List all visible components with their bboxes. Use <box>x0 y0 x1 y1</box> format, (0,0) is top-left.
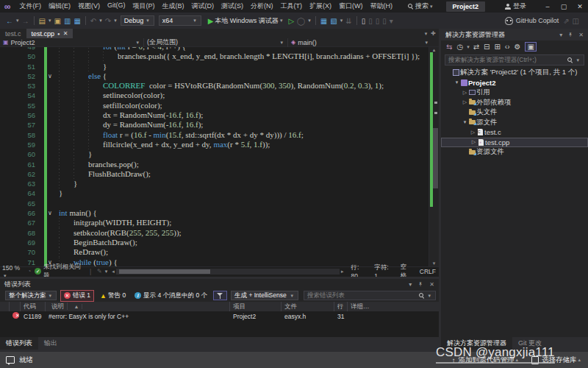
float-window-icon[interactable]: ✚ <box>431 30 436 37</box>
properties-icon[interactable]: ⚙ <box>514 43 520 51</box>
description-column-header[interactable]: 说明 ▲ <box>46 302 230 311</box>
editor-horizontal-scrollbar[interactable] <box>116 269 340 275</box>
collapse-all-icon[interactable]: ⊟ <box>484 43 490 51</box>
pending-changes-icon[interactable]: ◷ <box>456 43 463 51</box>
close-button[interactable]: ✕ <box>572 3 588 10</box>
toolbar-icon-8[interactable]: ▯ <box>368 17 373 25</box>
menu-item-3[interactable]: Git(G) <box>104 1 129 11</box>
menu-item-12[interactable]: 帮助(H) <box>367 1 397 11</box>
toolbar-icon-1[interactable]: ◯ <box>297 17 305 25</box>
switch-views-icon[interactable]: ⇆ <box>446 43 452 51</box>
filter-button[interactable] <box>213 291 227 300</box>
toolbar-icon-4[interactable]: ▣ <box>54 17 60 25</box>
solution-explorer-search-box[interactable]: 搜索解决方案资源管理器(Ctrl+;) ▾ <box>445 54 584 66</box>
feedback-bubble-icon[interactable] <box>6 356 15 364</box>
menu-item-6[interactable]: 调试(D) <box>188 1 218 11</box>
sync-with-active-document-icon[interactable]: ⇄ <box>473 43 479 51</box>
code-line-64[interactable]: 64} <box>0 188 429 198</box>
close-tab-icon[interactable]: ✕ <box>63 30 68 37</box>
bottom-left-tab-1[interactable]: 输出 <box>38 337 63 350</box>
tree-item--[interactable]: ▷引用 <box>441 88 588 98</box>
code-line-57[interactable]: 57dy = RandomNum(-16.f, 16.f); <box>0 120 429 130</box>
toolbar-icon-11[interactable]: ▾ <box>390 17 393 25</box>
show-all-files-icon[interactable]: ⊞ <box>494 43 500 51</box>
toolbar-icon-8[interactable]: ↶ <box>90 17 96 25</box>
collapsed-arrow-icon[interactable]: ▷ <box>462 99 468 105</box>
code-line-69[interactable]: 69BeginBatchDraw(); <box>0 238 429 247</box>
title-search-button[interactable]: 搜索 ▾ <box>408 1 434 11</box>
menu-item-5[interactable]: 生成(B) <box>159 1 188 11</box>
expanded-arrow-icon[interactable]: ▾ <box>462 119 468 125</box>
start-debugging-button[interactable]: ▶ 本地 Windows 调试器 ▾ <box>207 16 284 26</box>
tree-item--[interactable]: 资源文件 <box>441 147 588 158</box>
menu-item-9[interactable]: 工具(T) <box>277 1 306 11</box>
menu-item-10[interactable]: 扩展(X) <box>306 1 335 11</box>
pin-icon[interactable]: 🖈 <box>567 32 573 38</box>
menu-item-1[interactable]: 编辑(E) <box>45 1 74 11</box>
editor-vertical-scrollbar[interactable]: ▴ ▾ <box>429 47 439 266</box>
errors-filter-button[interactable]: ✕ 错误 1 <box>60 290 94 302</box>
platform-dropdown[interactable]: x64 ▾ <box>159 15 201 26</box>
tree-item--[interactable]: 头文件 <box>441 107 588 118</box>
minimize-button[interactable]: – <box>539 3 556 10</box>
line-column-header[interactable]: 行 <box>334 302 348 311</box>
tab-test-c[interactable]: test.c <box>0 29 26 38</box>
code-line-63[interactable]: 63} <box>0 179 429 188</box>
type-scope-dropdown[interactable]: (全局范围) ▾ <box>144 38 288 47</box>
toolbar-icon-1[interactable]: → <box>22 17 29 25</box>
close-icon[interactable]: ✕ <box>429 281 434 288</box>
toolbar-icon-4[interactable]: ▧ <box>330 17 337 25</box>
code-line-66[interactable]: 66∨int main() { <box>0 208 429 218</box>
menu-item-7[interactable]: 测试(S) <box>218 1 247 11</box>
window-position-chevron-icon[interactable]: ▾ <box>409 281 412 288</box>
code-line-55[interactable]: 55setfillcolor(color); <box>0 101 429 110</box>
feedback-icon[interactable]: ◫ <box>573 17 579 25</box>
scroll-left-icon[interactable]: ◂ <box>112 269 115 275</box>
scrollbar-thumb[interactable] <box>119 269 210 274</box>
close-icon[interactable]: ✕ <box>578 32 584 38</box>
menu-item-0[interactable]: 文件(F) <box>16 1 46 11</box>
toolbar-icon-3[interactable]: ▦ <box>320 17 327 25</box>
fold-chevron-icon[interactable]: ∨ <box>48 71 52 81</box>
window-position-chevron-icon[interactable]: ▾ <box>559 32 562 38</box>
collapsed-arrow-icon[interactable]: ▷ <box>470 139 477 145</box>
toolbar-icon-6[interactable]: ▦ <box>74 17 80 25</box>
member-dropdown[interactable]: ◈ main() ▾ <box>288 38 432 47</box>
collapsed-arrow-icon[interactable]: ▷ <box>470 130 476 135</box>
sync-icon[interactable]: ◔ <box>28 268 32 275</box>
code-line-60[interactable]: 60} <box>0 149 429 159</box>
tree-item--[interactable]: ▷外部依赖项 <box>441 98 588 108</box>
tab-list-chevron-icon[interactable]: ▾ <box>425 31 428 37</box>
code-line-54[interactable]: 54setlinecolor(color); <box>0 91 429 100</box>
toolbar-icon-10[interactable]: ▯ <box>382 17 387 25</box>
collapsed-arrow-icon[interactable]: ▷ <box>462 90 468 96</box>
view-code-icon[interactable]: ‹› <box>505 43 510 51</box>
code-line-58[interactable]: 58float r = (16.f - min(15.f, std::sqrtf… <box>0 130 429 140</box>
line-ending-indicator[interactable]: CRLF <box>420 268 436 275</box>
code-line-59[interactable]: 59fillcircle(x_end + dx, y_end + dy, max… <box>0 140 429 149</box>
scroll-right-icon[interactable]: ▸ <box>341 269 344 275</box>
code-line-52[interactable]: 52∨else { <box>0 71 429 81</box>
error-scope-dropdown[interactable]: 整个解决方案 ▾ <box>5 291 57 300</box>
tree-item-test.cpp[interactable]: ▷＋test.cpp <box>441 138 588 148</box>
error-list-search-box[interactable]: 搜索错误列表 ▾ <box>304 291 436 300</box>
pin-icon[interactable]: 🖈 <box>417 281 423 288</box>
code-line-56[interactable]: 56dx = RandomNum(-16.f, 16.f); <box>0 110 429 120</box>
error-source-dropdown[interactable]: 生成 + IntelliSense ▾ <box>231 291 298 300</box>
tree-item-project2[interactable]: ▾Project2 <box>441 78 588 88</box>
bottom-left-tab-0[interactable]: 错误列表 <box>0 337 38 350</box>
tree-item--project2-1-1-[interactable]: 解决方案 'Project2' (1 个项目, 共 1 个) <box>441 68 588 78</box>
code-line-53[interactable]: 53COLORREF color = HSVtoRGB(RandomNum(30… <box>0 81 429 91</box>
code-editor[interactable]: 49for (int i = 0; i < 4; i++) {50branche… <box>0 47 439 266</box>
toolbar-icon-7[interactable]: ▯ <box>362 17 366 25</box>
share-icon[interactable]: ⇗ <box>563 17 569 25</box>
toolbar-icon-0[interactable]: ▷ <box>288 17 294 25</box>
selection-column-header[interactable] <box>0 302 10 311</box>
code-line-65[interactable]: 65 <box>0 199 429 208</box>
messages-filter-button[interactable]: i 显示 4 个消息中的 0 个 <box>132 291 210 301</box>
code-line-67[interactable]: 67initgraph(WIDTH, HEIGHT); <box>0 218 429 227</box>
toolbar-icon-5[interactable]: ▥ <box>64 17 71 25</box>
toolbar-icon-5[interactable]: ⇊ <box>345 17 351 25</box>
toolbar-icon-9[interactable]: ↷ <box>105 17 111 25</box>
fold-chevron-icon[interactable]: ∨ <box>48 208 52 218</box>
